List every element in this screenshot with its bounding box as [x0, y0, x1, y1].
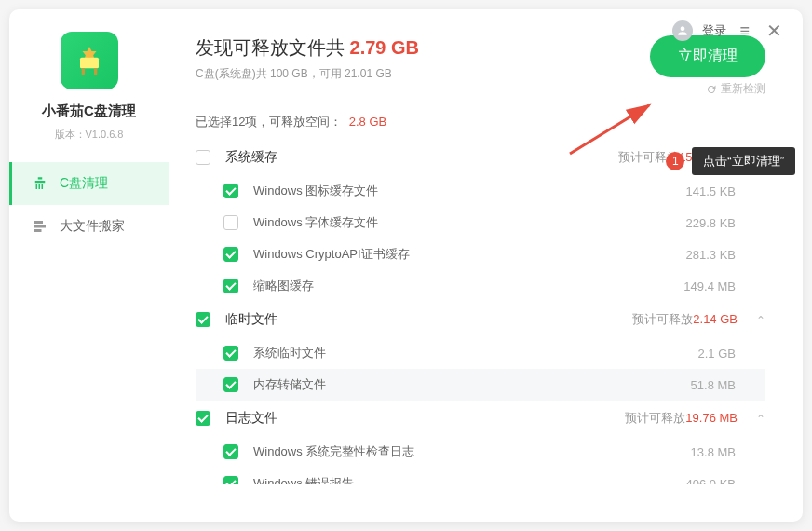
sidebar: 小番茄C盘清理 版本：V1.0.6.8 C盘清理大文件搬家	[9, 9, 169, 522]
group-name: 临时文件	[225, 311, 632, 328]
item-checkbox[interactable]	[223, 444, 238, 459]
svg-rect-2	[94, 68, 97, 75]
list-item[interactable]: Windows 字体缓存文件229.8 KB	[196, 207, 765, 238]
item-name: Windows 系统完整性检查日志	[253, 443, 691, 460]
annotation-number: 1	[666, 152, 684, 170]
avatar-icon[interactable]	[672, 20, 693, 41]
sidebar-item-big-file[interactable]: 大文件搬家	[9, 205, 169, 248]
sidebar-item-label: 大文件搬家	[60, 218, 125, 235]
item-size: 149.4 MB	[683, 279, 736, 293]
list-item[interactable]: Windows CryptoAPI证书缓存281.3 KB	[196, 238, 765, 270]
item-name: 缩略图缓存	[253, 278, 683, 294]
titlebar: 登录 ≡ ✕	[656, 9, 803, 52]
list-item[interactable]: Windows 图标缓存文件141.5 KB	[196, 175, 765, 207]
file-list[interactable]: 系统缓存预计可释放150.00 MB⌄Windows 图标缓存文件141.5 K…	[196, 140, 765, 484]
group-checkbox[interactable]	[196, 150, 210, 165]
page-title: 发现可释放文件共 2.79 GB	[196, 35, 419, 61]
group-estimate: 预计可释放2.14 GB	[632, 311, 738, 328]
group-name: 系统缓存	[225, 149, 618, 166]
item-size: 229.8 KB	[686, 216, 737, 230]
main-panel: 发现可释放文件共 2.79 GB C盘(系统盘)共 100 GB，可用 21.0…	[169, 9, 803, 522]
item-name: 内存转储文件	[253, 376, 691, 393]
item-size: 281.3 KB	[686, 248, 737, 262]
list-item[interactable]: 缩略图缓存149.4 MB	[196, 270, 765, 302]
refresh-link[interactable]: 重新检测	[650, 81, 765, 97]
group-header[interactable]: 临时文件预计可释放2.14 GB⌄	[196, 302, 765, 337]
item-name: Windows 字体缓存文件	[253, 214, 686, 231]
app-version: 版本：V1.0.6.8	[55, 128, 124, 142]
list-item[interactable]: 系统临时文件2.1 GB	[196, 337, 765, 369]
item-checkbox[interactable]	[223, 247, 238, 262]
item-size: 141.5 KB	[686, 184, 737, 198]
title-prefix: 发现可释放文件共	[196, 37, 350, 58]
item-size: 2.1 GB	[698, 347, 736, 361]
list-item[interactable]: Windows 系统完整性检查日志13.8 MB	[196, 436, 765, 468]
item-size: 51.8 MB	[691, 378, 736, 392]
item-name: Windows 图标缓存文件	[253, 183, 686, 199]
menu-icon[interactable]: ≡	[736, 22, 753, 39]
close-icon[interactable]: ✕	[763, 21, 786, 40]
item-name: Windows CryptoAPI证书缓存	[253, 246, 686, 263]
svg-rect-1	[81, 68, 84, 75]
list-item[interactable]: Windows 错误报告406.0 KB	[196, 468, 765, 484]
group-checkbox[interactable]	[196, 312, 210, 327]
login-link[interactable]: 登录	[702, 22, 726, 39]
item-size: 406.0 KB	[686, 477, 737, 485]
title-size: 2.79 GB	[350, 37, 419, 58]
item-checkbox[interactable]	[223, 476, 238, 484]
item-checkbox[interactable]	[223, 215, 238, 230]
chevron-up-icon[interactable]: ⌄	[756, 412, 765, 425]
group-header[interactable]: 日志文件预计可释放19.76 MB⌄	[196, 401, 765, 436]
item-size: 13.8 MB	[691, 445, 736, 459]
group-checkbox[interactable]	[196, 411, 210, 426]
item-checkbox[interactable]	[223, 377, 238, 392]
sidebar-nav: C盘清理大文件搬家	[9, 162, 169, 248]
app-window: 登录 ≡ ✕ 小番茄C盘清理 版本：V1.0.6.8 C盘清理大文件搬家 发现可…	[9, 9, 803, 522]
group-name: 日志文件	[225, 410, 625, 427]
sidebar-item-label: C盘清理	[60, 175, 108, 192]
summary-size: 2.8 GB	[349, 115, 386, 129]
app-name: 小番茄C盘清理	[42, 102, 136, 120]
item-name: Windows 错误报告	[253, 475, 686, 484]
chevron-up-icon[interactable]: ⌄	[756, 313, 765, 326]
annotation-text: 点击“立即清理”	[692, 147, 795, 175]
refresh-icon	[706, 84, 717, 95]
list-item[interactable]: 内存转储文件51.8 MB	[196, 369, 765, 401]
big-file-icon	[32, 218, 48, 235]
item-checkbox[interactable]	[223, 346, 238, 361]
item-name: 系统临时文件	[253, 345, 698, 361]
item-checkbox[interactable]	[223, 184, 238, 198]
svg-rect-0	[80, 58, 99, 69]
annotation-tooltip: 1 点击“立即清理”	[666, 147, 795, 175]
c-clean-icon	[32, 175, 48, 192]
app-logo	[61, 32, 118, 89]
group-estimate: 预计可释放19.76 MB	[625, 410, 738, 427]
sidebar-item-c-clean[interactable]: C盘清理	[9, 162, 169, 205]
item-checkbox[interactable]	[223, 279, 238, 293]
selection-summary: 已选择12项，可释放空间： 2.8 GB	[196, 114, 765, 130]
disk-subtitle: C盘(系统盘)共 100 GB，可用 21.01 GB	[196, 66, 419, 82]
